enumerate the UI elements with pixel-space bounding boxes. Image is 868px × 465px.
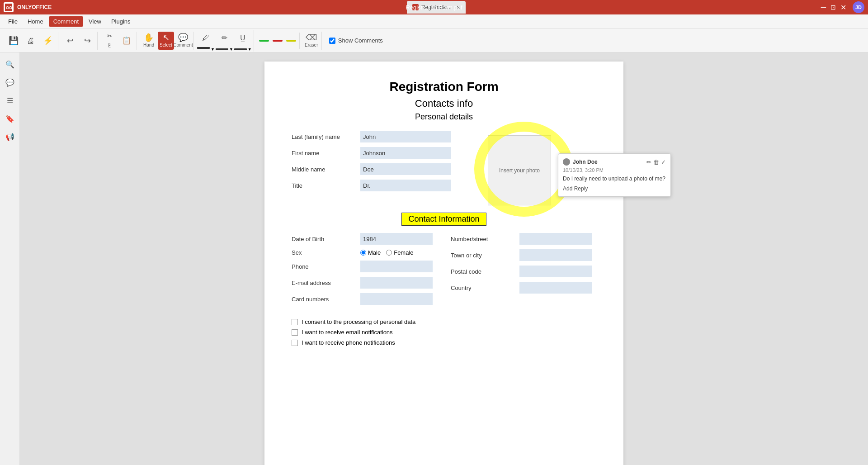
highlight-icon: 🖊 bbox=[202, 34, 209, 42]
email-row: E-mail address bbox=[292, 277, 437, 289]
redo-icon: ↪ bbox=[84, 37, 91, 45]
menu-items: File Home Comment View Plugins bbox=[4, 16, 135, 27]
contact-right-col: Number/street Town or city Postal code C… bbox=[451, 233, 596, 309]
form-subtitle: Contacts info bbox=[292, 98, 596, 109]
avatar: JD bbox=[853, 1, 864, 13]
number-street-field[interactable] bbox=[519, 233, 592, 245]
resolve-comment-button[interactable]: ✓ bbox=[661, 159, 666, 166]
sex-male-option[interactable]: Male bbox=[360, 249, 381, 256]
comment-actions: ✏ 🗑 ✓ bbox=[646, 159, 666, 166]
comment-tool-button[interactable]: 💬 Comment bbox=[175, 32, 191, 50]
menu-file[interactable]: File bbox=[4, 16, 22, 27]
checkbox-3[interactable] bbox=[292, 340, 298, 346]
sidebar-bookmarks-button[interactable]: 🔖 bbox=[2, 110, 18, 127]
quick-print-button[interactable]: ⚡ bbox=[40, 32, 56, 50]
number-street-row: Number/street bbox=[451, 233, 596, 245]
toolbar-color-group bbox=[256, 33, 300, 49]
comment-text: Do I really need to unpload a photo of m… bbox=[563, 176, 666, 182]
sex-male-radio[interactable] bbox=[360, 250, 366, 256]
strikethrough-tool-button[interactable]: ✏ bbox=[216, 30, 232, 46]
eraser-icon: ⌫ bbox=[306, 33, 317, 42]
color-underline-indicator bbox=[197, 47, 210, 49]
card-row: Card numbers bbox=[292, 293, 437, 305]
dob-field[interactable]: 1984 bbox=[360, 233, 433, 245]
menu-plugins[interactable]: Plugins bbox=[107, 16, 135, 27]
hand-tool-button[interactable]: ✋ Hand bbox=[141, 32, 157, 50]
sidebar-search-button[interactable]: 🔍 bbox=[2, 56, 18, 72]
sidebar-headings-button[interactable]: ☰ bbox=[2, 92, 18, 109]
country-field[interactable] bbox=[519, 282, 592, 294]
strikethrough-icon: ✏ bbox=[222, 33, 227, 42]
underline-dropdown-icon[interactable]: ▼ bbox=[248, 47, 252, 52]
eraser-tool-button[interactable]: ⌫ Eraser bbox=[303, 32, 320, 50]
save-button[interactable]: 💾 bbox=[5, 32, 22, 50]
show-comments-checkbox[interactable] bbox=[329, 38, 335, 44]
edit-comment-button[interactable]: ✏ bbox=[646, 159, 651, 166]
cut-button[interactable]: ✂ bbox=[101, 32, 118, 40]
strikethrough-dropdown-icon[interactable]: ▼ bbox=[229, 47, 233, 52]
sidebar-announce-button[interactable]: 📢 bbox=[2, 128, 18, 145]
quick-print-icon: ⚡ bbox=[43, 37, 53, 45]
photo-box[interactable]: Insert your photo bbox=[488, 135, 551, 205]
print-button[interactable]: 🖨 bbox=[23, 32, 39, 50]
highlight-tool-button[interactable]: 🖊 bbox=[198, 30, 214, 46]
paste-button[interactable]: 📋 bbox=[118, 32, 135, 50]
show-comments-label: Show Comments bbox=[338, 37, 383, 44]
underline-tool-button[interactable]: U̲ bbox=[235, 30, 251, 46]
redo-button[interactable]: ↪ bbox=[79, 32, 95, 50]
delete-comment-button[interactable]: 🗑 bbox=[653, 159, 659, 166]
menu-comment[interactable]: Comment bbox=[49, 16, 83, 27]
red-color-button[interactable] bbox=[271, 33, 284, 49]
sidebar-comments-button[interactable]: 💬 bbox=[2, 74, 18, 90]
menu-view[interactable]: View bbox=[84, 16, 106, 27]
copy-button[interactable]: ⎘ bbox=[101, 41, 118, 49]
color-underline2-indicator bbox=[234, 48, 247, 50]
toolbar-drawing-group: 🖊 ▼ ✏ ▼ U̲ ▼ bbox=[195, 30, 254, 52]
comment-time: 10/10/23, 3:20 PM bbox=[563, 167, 666, 173]
sex-male-label: Male bbox=[368, 249, 381, 256]
add-reply-button[interactable]: Add Reply bbox=[563, 185, 666, 192]
yellow-color-button[interactable] bbox=[285, 33, 297, 49]
middle-name-label: Middle name bbox=[292, 166, 355, 173]
color-strikethrough-indicator bbox=[216, 48, 228, 50]
country-row: Country bbox=[451, 282, 596, 294]
card-field[interactable] bbox=[360, 293, 433, 305]
green-color-bar bbox=[259, 40, 269, 42]
undo-button[interactable]: ↩ bbox=[62, 32, 78, 50]
yellow-color-bar bbox=[286, 40, 296, 42]
select-tool-button[interactable]: ↖ Select bbox=[158, 32, 174, 50]
first-name-row: First name Johnson bbox=[292, 147, 479, 159]
comment-icon: 💬 bbox=[178, 33, 188, 42]
title-label: Title bbox=[292, 182, 355, 189]
toolbar-navigation-group: ✋ Hand ↖ Select 💬 Comment bbox=[139, 32, 193, 50]
first-name-field[interactable]: Johnson bbox=[360, 147, 451, 159]
title-bar-right: ─ ⊡ ✕ JD bbox=[821, 1, 864, 13]
sex-row: Sex Male Female bbox=[292, 249, 437, 256]
print-icon: 🖨 bbox=[27, 37, 35, 45]
title-field[interactable]: Dr. bbox=[360, 180, 451, 191]
town-city-field[interactable] bbox=[519, 249, 592, 261]
green-color-button[interactable] bbox=[258, 33, 270, 49]
last-name-field[interactable]: John bbox=[360, 131, 451, 142]
show-comments-group: Show Comments bbox=[324, 37, 388, 44]
town-city-row: Town or city bbox=[451, 249, 596, 261]
checkbox-2[interactable] bbox=[292, 329, 298, 336]
sex-female-radio[interactable] bbox=[386, 250, 392, 256]
left-sidebar: 🔍 💬 ☰ 🔖 📢 bbox=[0, 52, 20, 465]
middle-name-field[interactable]: Doe bbox=[360, 163, 451, 175]
dob-label: Date of Birth bbox=[292, 236, 355, 242]
email-field[interactable] bbox=[360, 277, 433, 289]
menu-home[interactable]: Home bbox=[23, 16, 48, 27]
checkbox-1[interactable] bbox=[292, 319, 298, 325]
highlight-dropdown-icon[interactable]: ▼ bbox=[211, 47, 215, 52]
restore-icon[interactable]: ⊡ bbox=[830, 4, 836, 11]
postal-field[interactable] bbox=[519, 266, 592, 277]
sex-female-option[interactable]: Female bbox=[386, 249, 413, 256]
close-icon[interactable]: ✕ bbox=[840, 3, 846, 12]
minimize-icon[interactable]: ─ bbox=[821, 3, 826, 11]
checkbox-2-label: I want to receive email notifications bbox=[302, 329, 393, 336]
toolbar-undo-group: ↩ ↪ bbox=[60, 32, 98, 50]
comments-icon: 💬 bbox=[5, 78, 14, 87]
title-bar: OO ONLYOFFICE Registratio... ✕ Registrat… bbox=[0, 0, 868, 14]
phone-field[interactable] bbox=[360, 261, 433, 272]
